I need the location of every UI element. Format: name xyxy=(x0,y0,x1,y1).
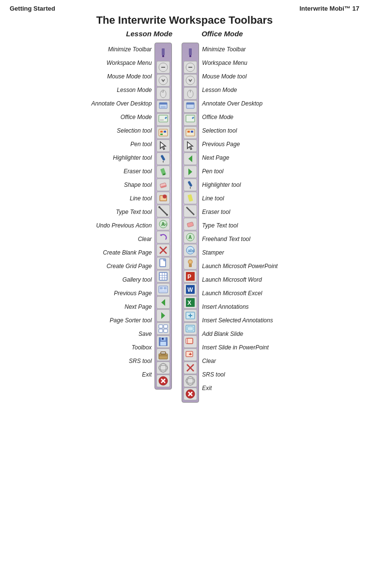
lesson-toolbox-icon[interactable] xyxy=(156,348,170,361)
svg-rect-57 xyxy=(161,352,166,354)
lesson-label-13: Undo Previous Action xyxy=(96,219,152,232)
office-label-24: SRS tool xyxy=(202,368,225,381)
lesson-line-icon[interactable] xyxy=(156,205,170,217)
header-left: Getting Started xyxy=(10,5,55,12)
lesson-minimize-icon[interactable] xyxy=(156,61,170,74)
lesson-pen-icon[interactable] xyxy=(156,152,170,165)
office-labels: Minimize Toolbar Workspace Menu Mouse Mo… xyxy=(199,43,277,395)
office-annotate-icon[interactable] xyxy=(184,113,197,126)
svg-rect-13 xyxy=(159,129,168,136)
lesson-typetext-icon[interactable]: Abc xyxy=(156,218,170,230)
office-label-11: Line tool xyxy=(202,192,224,205)
svg-rect-37 xyxy=(159,272,167,280)
office-eraser-icon[interactable] xyxy=(184,218,197,230)
svg-rect-9 xyxy=(159,103,167,105)
svg-rect-83 xyxy=(188,194,193,202)
office-label-6: Selection tool xyxy=(202,124,237,137)
lesson-page-sorter-icon[interactable] xyxy=(156,322,170,335)
lesson-blank-page-icon[interactable] xyxy=(156,257,170,270)
svg-marker-82 xyxy=(190,187,191,189)
office-selection-icon[interactable] xyxy=(184,139,197,152)
lesson-next-page-icon[interactable] xyxy=(156,309,170,322)
lesson-label-9: Eraser tool xyxy=(123,165,152,178)
svg-line-26 xyxy=(159,207,167,215)
svg-marker-32 xyxy=(160,234,162,236)
lesson-gallery-icon[interactable] xyxy=(156,283,170,296)
lesson-workspace-menu-icon[interactable] xyxy=(156,74,170,87)
lesson-label-17: Gallery tool xyxy=(123,273,152,286)
office-office-mode-icon[interactable] xyxy=(184,126,197,139)
svg-point-25 xyxy=(163,195,167,198)
svg-rect-85 xyxy=(187,222,194,227)
office-stamper-icon[interactable] xyxy=(184,257,197,270)
lesson-shape-icon[interactable] xyxy=(156,192,170,204)
office-insert-slide-icon[interactable] xyxy=(184,348,197,361)
office-highlighter-icon[interactable] xyxy=(184,192,197,204)
svg-rect-15 xyxy=(164,131,166,133)
office-workspace-menu-icon[interactable] xyxy=(184,74,197,87)
office-powerpoint-icon[interactable]: P xyxy=(184,270,197,283)
svg-text:X: X xyxy=(187,300,191,306)
office-label-25: Exit xyxy=(202,381,212,395)
lesson-srs-icon[interactable] xyxy=(156,362,170,374)
svg-marker-46 xyxy=(161,299,165,306)
office-add-blank-slide-icon[interactable] xyxy=(184,335,197,348)
lesson-office-mode-icon[interactable] xyxy=(156,126,170,139)
lesson-annotate-icon[interactable] xyxy=(156,113,170,126)
office-srs-icon[interactable] xyxy=(184,375,197,387)
svg-marker-47 xyxy=(161,312,165,319)
office-insert-selected-annotations-icon[interactable] xyxy=(184,322,197,335)
lesson-grid-page-icon[interactable] xyxy=(156,270,170,283)
lesson-label-18: Previous Page xyxy=(114,286,152,300)
office-label-8: Next Page xyxy=(202,151,229,165)
lesson-clear-icon[interactable] xyxy=(156,244,170,256)
lesson-selection-icon[interactable] xyxy=(156,139,170,152)
svg-rect-55 xyxy=(162,338,164,340)
lesson-label-7: Pen tool xyxy=(130,137,152,151)
office-typetext-icon[interactable]: A xyxy=(184,231,197,243)
lesson-labels: Minimize Toolbar Workspace Menu Mouse Mo… xyxy=(92,43,155,381)
office-freehand-text-icon[interactable]: abc xyxy=(184,244,197,256)
svg-text:bc: bc xyxy=(164,223,168,226)
office-label-2: Mouse Mode tool xyxy=(202,70,246,83)
office-insert-annotations-icon[interactable] xyxy=(184,309,197,322)
office-line-icon[interactable] xyxy=(184,205,197,217)
office-exit-icon[interactable] xyxy=(184,388,197,400)
office-excel-icon[interactable]: X xyxy=(184,296,197,309)
lesson-exit-icon[interactable] xyxy=(156,375,170,387)
office-minimize-icon[interactable] xyxy=(184,61,197,74)
lesson-label-1: Workspace Menu xyxy=(107,56,152,70)
office-label-17: Launch Microsoft Word xyxy=(202,273,261,286)
svg-point-69 xyxy=(186,76,195,85)
office-label-1: Workspace Menu xyxy=(202,56,247,70)
lesson-label-4: Annotate Over Desktop xyxy=(92,97,152,110)
office-mouse-mode-icon[interactable] xyxy=(184,87,197,100)
lesson-highlighter-icon[interactable] xyxy=(156,166,170,178)
svg-rect-44 xyxy=(164,287,167,289)
office-label-4: Annotate Over Desktop xyxy=(202,97,262,110)
svg-rect-18 xyxy=(161,155,166,161)
lesson-prev-page-icon[interactable] xyxy=(156,296,170,309)
lesson-label-19: Next Page xyxy=(124,300,152,314)
lesson-lesson-mode-icon[interactable] xyxy=(156,100,170,113)
office-prev-page-icon[interactable] xyxy=(184,152,197,165)
office-label-3: Lesson Mode xyxy=(202,83,237,97)
office-next-page-icon[interactable] xyxy=(184,166,197,178)
office-word-icon[interactable]: W xyxy=(184,283,197,296)
lesson-undo-icon[interactable] xyxy=(156,231,170,243)
lesson-label-12: Type Text tool xyxy=(116,205,152,219)
office-label-19: Insert Annotations xyxy=(202,300,248,314)
lesson-eraser-icon[interactable] xyxy=(156,179,170,191)
office-pen-icon[interactable] xyxy=(184,179,197,191)
svg-text:abc: abc xyxy=(188,248,195,253)
svg-rect-43 xyxy=(160,287,163,289)
office-lesson-mode-icon[interactable] xyxy=(184,100,197,113)
office-clear-icon[interactable] xyxy=(184,362,197,374)
lesson-save-icon[interactable] xyxy=(156,335,170,348)
svg-text:P: P xyxy=(187,273,191,280)
office-label-18: Launch Microsoft Excel xyxy=(202,286,262,300)
svg-rect-75 xyxy=(186,129,195,136)
office-label-20: Insert Selected Annotations xyxy=(202,314,273,327)
svg-rect-76 xyxy=(187,131,190,133)
lesson-mouse-mode-icon[interactable] xyxy=(156,87,170,100)
